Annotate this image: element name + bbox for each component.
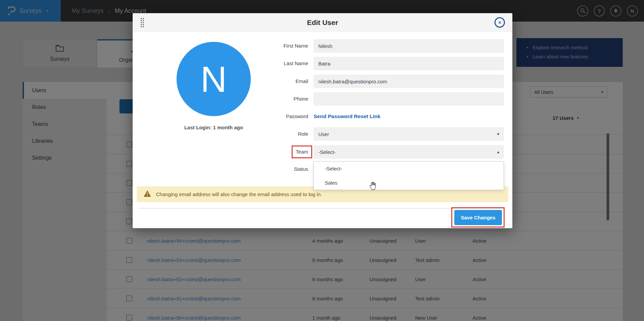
team-select-value: -Select- <box>318 149 336 155</box>
team-row: Team -Select- ▴ <box>133 145 512 159</box>
phone-row: Phone <box>133 92 512 106</box>
status-label: Status <box>133 162 308 176</box>
edit-user-modal: Edit User ✕ N Last Login: 1 month ago Fi… <box>133 13 512 228</box>
first-name-field[interactable] <box>314 39 504 53</box>
team-label-annotation: Team <box>292 145 312 158</box>
team-option-sales[interactable]: Sales <box>314 176 504 190</box>
role-row: Role User ▾ <box>133 127 512 141</box>
email-row: Email <box>133 75 512 88</box>
email-field[interactable] <box>314 75 504 88</box>
first-name-row: First Name <box>133 39 512 53</box>
modal-title: Edit User <box>133 13 512 32</box>
chevron-down-icon: ▾ <box>497 132 499 136</box>
mouse-cursor-icon <box>369 181 377 192</box>
password-label: Password <box>133 110 308 123</box>
footer-divider <box>139 208 506 209</box>
team-option-select[interactable]: -Select- <box>314 162 504 176</box>
drag-handle-icon[interactable] <box>140 18 144 29</box>
save-changes-button[interactable]: Save Changes <box>454 210 502 225</box>
last-name-row: Last Name <box>133 57 512 70</box>
close-icon[interactable]: ✕ <box>494 17 505 28</box>
team-dropdown-panel: -Select- Sales <box>314 161 504 190</box>
role-label: Role <box>133 127 308 141</box>
modal-header: Edit User ✕ <box>133 13 512 32</box>
password-row: Password Send Password Reset Link <box>133 110 512 123</box>
team-label: Team <box>296 149 308 155</box>
team-select[interactable]: -Select- ▴ <box>314 145 504 159</box>
last-name-label: Last Name <box>133 57 308 70</box>
role-select[interactable]: User ▾ <box>314 127 504 141</box>
first-name-label: First Name <box>133 39 308 53</box>
role-select-value: User <box>318 131 329 137</box>
send-password-reset-link[interactable]: Send Password Reset Link <box>314 110 380 123</box>
phone-field[interactable] <box>314 92 504 106</box>
phone-label: Phone <box>133 92 308 106</box>
team-label-cell: Team <box>133 145 308 159</box>
chevron-up-icon: ▴ <box>497 150 499 154</box>
warning-triangle-icon <box>143 190 151 198</box>
last-name-field[interactable] <box>314 57 504 70</box>
warning-text: Changing email address will also change … <box>156 191 322 197</box>
email-label: Email <box>133 75 308 88</box>
